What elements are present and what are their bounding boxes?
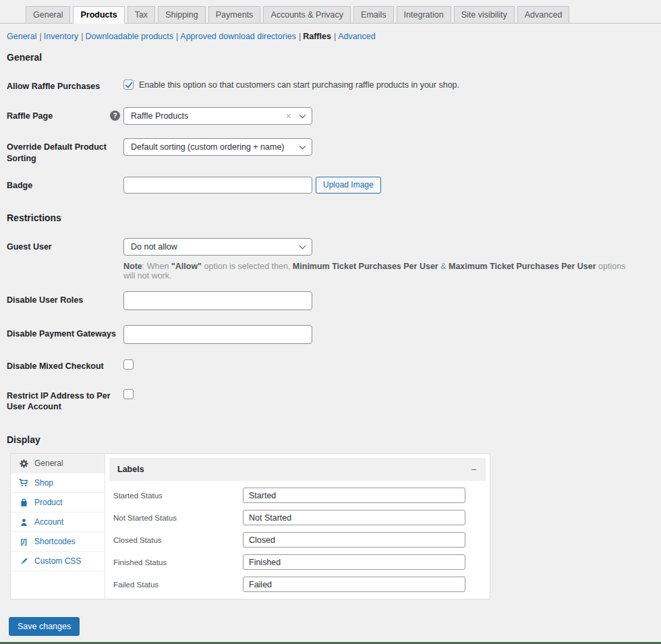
- disable-user-roles-input[interactable]: [123, 291, 312, 310]
- disable-user-roles-row: Disable User Roles: [7, 291, 661, 310]
- not-started-status-row: Not Started Status: [113, 510, 484, 525]
- disable-payment-gateways-input[interactable]: [123, 325, 312, 344]
- chevron-down-icon: [299, 142, 306, 149]
- disable-mixed-checkout-row: Disable Mixed Checkout: [7, 357, 661, 372]
- guest-user-note: Note: When "Allow" option is selected th…: [123, 262, 626, 281]
- subnav-advanced[interactable]: Advanced: [338, 32, 376, 41]
- disable-mixed-checkout-label: Disable Mixed Checkout: [7, 357, 123, 372]
- products-subnav: General|Inventory|Downloadable products|…: [0, 24, 661, 41]
- chevron-down-icon: [299, 242, 306, 249]
- sidebar-item-label: General: [34, 459, 63, 468]
- tab-site-visibility[interactable]: Site visibility: [454, 6, 515, 24]
- subnav-downloadable-products[interactable]: Downloadable products: [85, 32, 173, 41]
- sidebar-item-label: Product: [34, 498, 62, 507]
- started-status-row: Started Status: [113, 488, 484, 503]
- raffle-page-select[interactable]: Raffle Products ×: [123, 107, 312, 125]
- chevron-down-icon: [299, 111, 306, 118]
- tab-shipping[interactable]: Shipping: [158, 6, 206, 24]
- pencil-icon: [19, 557, 28, 566]
- override-sorting-select[interactable]: Default sorting (custom ordering + name): [123, 138, 312, 156]
- subnav-inventory[interactable]: Inventory: [44, 32, 78, 41]
- restrict-ip-row: Restrict IP Address to Per User Account: [7, 387, 661, 413]
- tab-emails[interactable]: Emails: [353, 6, 394, 24]
- allow-raffle-purchases-row: Allow Raffle Purchases Enable this optio…: [7, 78, 661, 92]
- tab-advanced[interactable]: Advanced: [517, 6, 570, 24]
- tab-general[interactable]: General: [26, 6, 70, 24]
- save-changes-button[interactable]: Save changes: [9, 617, 80, 636]
- tab-accounts-privacy[interactable]: Accounts & Privacy: [263, 6, 351, 24]
- disable-mixed-checkout-checkbox[interactable]: [123, 359, 134, 370]
- sidebar-item-label: Shop: [34, 478, 53, 488]
- finished-status-label: Finished Status: [113, 558, 243, 566]
- help-icon[interactable]: ?: [110, 111, 120, 121]
- sidebar-item-shop[interactable]: Shop: [11, 473, 105, 493]
- started-status-label: Started Status: [113, 492, 243, 500]
- shortcode-icon: [/]: [19, 537, 28, 546]
- allow-raffle-purchases-description: Enable this option so that customers can…: [139, 80, 459, 90]
- sidebar-item-product[interactable]: Product: [11, 493, 105, 513]
- override-sorting-selected-value: Default sorting (custom ordering + name): [131, 142, 300, 152]
- restrict-ip-checkbox[interactable]: [123, 389, 134, 399]
- closed-status-input[interactable]: [243, 532, 465, 548]
- disable-payment-gateways-label: Disable Payment Gateways: [7, 325, 123, 344]
- finished-status-input[interactable]: [243, 554, 465, 570]
- raffle-page-label: Raffle Page: [7, 107, 123, 125]
- display-settings-panel: General Shop Product Account [/] Shortco…: [10, 453, 490, 599]
- settings-tab-bar: General Products Tax Shipping Payments A…: [0, 0, 661, 24]
- restrict-ip-label: Restrict IP Address to Per User Account: [7, 387, 123, 413]
- sidebar-item-general[interactable]: General: [11, 454, 105, 473]
- not-started-status-label: Not Started Status: [113, 514, 243, 522]
- tab-products[interactable]: Products: [73, 6, 124, 24]
- tab-tax[interactable]: Tax: [127, 6, 155, 24]
- display-section-title: Display: [7, 434, 661, 445]
- sidebar-item-label: Custom CSS: [34, 556, 81, 566]
- allow-raffle-purchases-checkbox[interactable]: [123, 80, 134, 90]
- override-sorting-row: Override Default Product Sorting Default…: [7, 138, 661, 165]
- raffle-page-selected-value: Raffle Products: [131, 111, 286, 121]
- badge-row: Badge Upload Image: [7, 177, 661, 194]
- collapse-icon[interactable]: –: [470, 465, 478, 474]
- guest-user-label: Guest User: [7, 238, 123, 281]
- user-icon: [19, 518, 28, 527]
- tab-integration[interactable]: Integration: [397, 6, 451, 24]
- guest-user-row: Guest User Do not allow Note: When "Allo…: [7, 238, 661, 281]
- subnav-raffles-current: Raffles: [303, 32, 331, 41]
- sidebar-item-shortcodes[interactable]: [/] Shortcodes: [11, 532, 105, 552]
- subnav-separator: |: [81, 32, 83, 41]
- failed-status-row: Failed Status: [113, 577, 484, 592]
- display-sidebar: General Shop Product Account [/] Shortco…: [11, 454, 105, 599]
- tab-payments[interactable]: Payments: [208, 6, 261, 24]
- sidebar-item-account[interactable]: Account: [11, 513, 105, 532]
- gear-icon: [19, 459, 28, 468]
- subnav-approved-download-directories[interactable]: Approved download directories: [180, 32, 296, 41]
- clear-selection-icon[interactable]: ×: [286, 111, 291, 121]
- badge-label: Badge: [7, 177, 123, 194]
- subnav-general[interactable]: General: [7, 32, 36, 41]
- failed-status-input[interactable]: [243, 577, 465, 592]
- subnav-separator: |: [334, 32, 336, 41]
- subnav-separator: |: [176, 32, 178, 41]
- subnav-separator: |: [39, 32, 41, 41]
- disable-user-roles-label: Disable User Roles: [7, 291, 123, 310]
- bag-icon: [19, 498, 28, 507]
- finished-status-row: Finished Status: [113, 554, 484, 570]
- disable-payment-gateways-row: Disable Payment Gateways: [7, 325, 661, 344]
- failed-status-label: Failed Status: [113, 581, 243, 589]
- badge-input[interactable]: [123, 177, 312, 194]
- sidebar-item-custom-css[interactable]: Custom CSS: [11, 552, 105, 571]
- not-started-status-input[interactable]: [243, 510, 465, 525]
- cart-icon: [19, 478, 28, 488]
- general-section-title: General: [7, 52, 661, 63]
- guest-user-select[interactable]: Do not allow: [123, 238, 312, 256]
- started-status-input[interactable]: [243, 488, 465, 503]
- upload-image-button[interactable]: Upload Image: [316, 177, 381, 194]
- sidebar-item-label: Account: [34, 517, 63, 527]
- subnav-separator: |: [299, 32, 301, 41]
- closed-status-label: Closed Status: [113, 536, 243, 544]
- display-panel-content: Labels – Started Status Not Started Stat…: [105, 454, 490, 599]
- labels-panel-title: Labels: [117, 465, 144, 474]
- guest-user-selected-value: Do not allow: [131, 242, 300, 252]
- closed-status-row: Closed Status: [113, 532, 484, 548]
- restrictions-section-title: Restrictions: [7, 212, 661, 223]
- override-sorting-label: Override Default Product Sorting: [7, 138, 123, 165]
